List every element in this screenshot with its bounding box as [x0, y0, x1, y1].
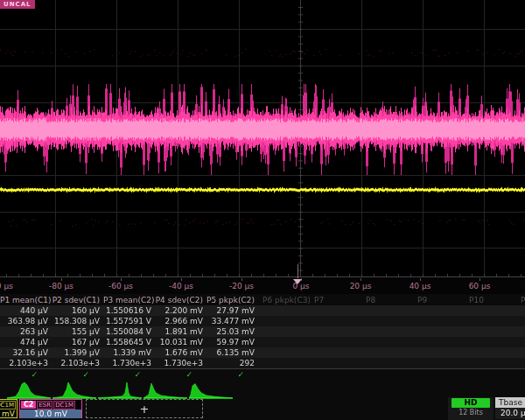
param-status [310, 369, 361, 380]
param-mean [465, 316, 516, 326]
axis-tick [181, 278, 182, 281]
param-num [413, 358, 465, 368]
param-header[interactable]: P5 pkpk(C2) [206, 295, 258, 305]
param-max [310, 337, 361, 347]
param-max [361, 337, 413, 347]
param-mean: 2.966 mV [155, 316, 206, 326]
histicon[interactable] [98, 381, 142, 399]
hd-badge: HD [452, 398, 490, 408]
param-num: 1.730e+3 [155, 358, 206, 368]
time-axis-label: 20 µs [350, 282, 372, 290]
c1-scale-value: 10.0 mV [0, 410, 17, 418]
param-min [516, 326, 525, 337]
param-sdev: 1.339 mV [103, 347, 155, 358]
tbase-value: 20.0 µs/div [495, 408, 525, 419]
param-min [413, 326, 465, 337]
tbase-title: Tbase [495, 397, 525, 408]
waveform-graticule[interactable] [0, 0, 525, 278]
param-sdev [361, 347, 413, 358]
param-mean [413, 316, 465, 326]
param-mean: 363.98 µV [0, 316, 52, 326]
param-max [413, 337, 465, 347]
param-num [516, 358, 525, 368]
channel-c2-descriptor[interactable]: C2 ESR DC1M 10.0 mV [19, 399, 82, 418]
time-axis-label: -20 µs [229, 282, 254, 290]
hd-mode-tile[interactable]: HD 12 Bits [448, 397, 494, 420]
param-value [413, 305, 465, 316]
param-sdev [310, 347, 361, 358]
time-axis: -100 µs-80 µs-60 µs-40 µs-20 µs0 µs20 µs… [0, 278, 525, 294]
param-status [361, 369, 413, 380]
param-header[interactable]: P8 [361, 295, 413, 305]
param-mean: 158.308 µV [52, 316, 103, 326]
param-value [310, 305, 361, 316]
param-status: ✓ [103, 369, 155, 380]
param-status [413, 369, 465, 380]
param-sdev [258, 347, 310, 358]
histicon[interactable] [7, 381, 51, 399]
table-row-status: ✓✓✓✓✓ [0, 369, 525, 380]
param-num [310, 358, 361, 368]
c1-coupling-badge: DC1M [0, 401, 16, 410]
param-value [258, 305, 310, 316]
axis-tick [61, 278, 62, 281]
param-status: ✓ [52, 369, 103, 380]
histicon[interactable] [189, 381, 233, 399]
oscilloscope-screen: UNCAL -100 µs-80 µs-60 µs-40 µs-20 µs0 µ… [0, 0, 525, 420]
param-max: 10.031 mV [155, 337, 206, 347]
table-row-sdev: 32.16 µV1.399 µV1.339 mV1.676 mV6.135 mV [0, 347, 525, 358]
histicon[interactable] [52, 381, 96, 399]
param-status [465, 369, 516, 380]
param-min: 1.891 mV [155, 326, 206, 337]
param-status: ✓ [0, 369, 52, 380]
param-header[interactable]: P3 mean(C2) [103, 295, 155, 305]
param-header[interactable]: P11 [516, 295, 525, 305]
bits-label: 12 Bits [448, 408, 494, 418]
param-sdev: 32.16 µV [0, 347, 52, 358]
param-header[interactable]: P10 [465, 295, 516, 305]
param-mean: 1.557591 V [103, 316, 155, 326]
param-header[interactable]: P9 [413, 295, 465, 305]
param-max: 167 µV [52, 337, 103, 347]
param-num: 2.103e+3 [52, 358, 103, 368]
c2-scale-value: 10.0 mV [20, 410, 81, 418]
param-max: 1.558645 V [103, 337, 155, 347]
param-sdev [516, 347, 525, 358]
param-value: 2.200 mV [155, 305, 206, 316]
param-min: 263 µV [0, 326, 52, 337]
param-max: 474 µV [0, 337, 52, 347]
param-min [465, 326, 516, 337]
trigger-position-marker[interactable] [293, 279, 302, 284]
channel-c1-descriptor[interactable]: DC1M 10.0 mV [0, 399, 18, 418]
time-axis-label: 40 µs [410, 282, 431, 290]
param-value: 27.97 mV [206, 305, 258, 316]
param-status: ✓ [155, 369, 206, 380]
c2-esr-badge: ESR [37, 401, 52, 410]
param-num [465, 358, 516, 368]
measure-table: P1 mean(C1)P2 sdev(C1)P3 mean(C2)P4 sdev… [0, 295, 525, 380]
timebase-descriptor[interactable]: Tbase 20.0 µs/div [495, 397, 525, 420]
histicon-strip [0, 381, 525, 399]
plus-icon: + [140, 402, 150, 416]
param-min: 155 µV [52, 326, 103, 337]
axis-tick [242, 278, 242, 281]
param-status: ✓ [206, 369, 258, 380]
c2-label-badge: C2 [21, 401, 36, 409]
param-header[interactable]: P6 pkpk(C3) [258, 295, 310, 305]
histicon[interactable] [144, 381, 187, 399]
param-header[interactable]: P2 sdev(C1) [52, 295, 103, 305]
param-header[interactable]: P7 [310, 295, 361, 305]
param-sdev [465, 347, 516, 358]
param-mean [361, 316, 413, 326]
table-row-header: P1 mean(C1)P2 sdev(C1)P3 mean(C2)P4 sdev… [0, 295, 525, 305]
table-row-min: 263 µV155 µV1.550084 V1.891 mV25.03 mV [0, 326, 525, 337]
param-mean [516, 316, 525, 326]
param-header[interactable]: P1 mean(C1) [0, 295, 52, 305]
time-axis-label: -40 µs [169, 282, 193, 290]
param-num: 2.103e+3 [0, 358, 52, 368]
param-mean: 33.477 mV [206, 316, 258, 326]
add-trace-button[interactable]: + [86, 399, 203, 418]
param-value [516, 305, 525, 316]
param-status [516, 369, 525, 380]
param-header[interactable]: P4 sdev(C2) [155, 295, 206, 305]
